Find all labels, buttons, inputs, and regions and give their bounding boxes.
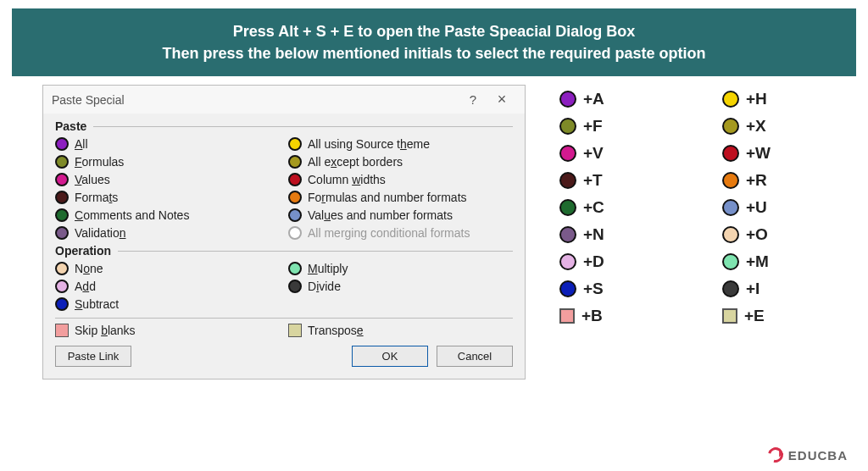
square-icon <box>722 308 737 324</box>
operation-options-grid: NoneMultiplyAddDivideSubtract <box>55 259 513 313</box>
dot-icon <box>559 226 576 243</box>
option-label: Subtract <box>75 297 119 311</box>
legend-key: +H <box>746 90 767 108</box>
square-icon <box>559 308 575 324</box>
banner-line1: Press Alt + S + E to open the Paste Spea… <box>29 20 839 42</box>
option-label: All <box>75 137 88 151</box>
legend-key: +O <box>746 225 768 244</box>
checkbox-icon <box>55 324 69 337</box>
legend-item: +X <box>722 117 843 136</box>
skip-blanks-checkbox[interactable]: Skip blanks <box>55 324 280 337</box>
dot-icon <box>722 91 739 108</box>
paste-option[interactable]: Formulas and number formats <box>288 188 513 206</box>
banner-line2: Then press the below mentioned initials … <box>29 42 839 64</box>
radio-icon <box>288 280 302 293</box>
paste-option[interactable]: Formats <box>55 188 280 206</box>
legend-item: +M <box>722 252 843 271</box>
logo-text: EDUCBA <box>788 448 848 463</box>
legend-item: +C <box>559 198 680 217</box>
dot-icon <box>559 172 576 189</box>
legend-item: +R <box>722 171 843 190</box>
radio-icon <box>288 208 302 222</box>
paste-option[interactable]: Validation <box>55 224 280 241</box>
paste-option[interactable]: Comments and Notes <box>55 206 280 224</box>
legend-item: +T <box>559 171 680 190</box>
legend-key: +S <box>583 280 604 298</box>
radio-icon <box>55 226 69 240</box>
dot-icon <box>722 118 739 135</box>
legend-key: +E <box>744 307 765 325</box>
radio-icon <box>55 280 69 293</box>
legend-item: +A <box>559 90 680 108</box>
dot-icon <box>722 172 739 189</box>
option-label: All using Source theme <box>308 137 430 151</box>
legend-key: +A <box>583 90 604 108</box>
operation-option[interactable]: Subtract <box>55 295 280 313</box>
legend-key: +F <box>583 117 603 136</box>
option-label: Validation <box>75 226 125 240</box>
paste-option[interactable]: All <box>55 135 280 152</box>
divider <box>55 318 513 319</box>
paste-option[interactable]: Column widths <box>288 170 513 188</box>
legend-key: +W <box>746 144 771 163</box>
dot-icon <box>722 253 739 270</box>
transpose-label: Transpose <box>308 324 364 337</box>
legend-item: +I <box>722 280 843 298</box>
option-label: Comments and Notes <box>75 208 189 222</box>
option-label: Formulas <box>75 155 124 169</box>
radio-icon <box>288 173 302 186</box>
option-label: Values and number formats <box>308 208 453 222</box>
operation-option[interactable]: Multiply <box>288 259 513 277</box>
dot-icon <box>722 145 739 162</box>
paste-option: All merging conditional formats <box>288 224 513 241</box>
ok-button[interactable]: OK <box>352 346 428 367</box>
paste-option[interactable]: Values and number formats <box>288 206 513 224</box>
operation-option[interactable]: Divide <box>288 277 513 295</box>
radio-icon <box>55 191 69 204</box>
operation-group-label: Operation <box>55 244 513 258</box>
dialog-titlebar: Paste Special ? × <box>43 86 525 114</box>
help-icon[interactable]: ? <box>459 92 487 107</box>
paste-option[interactable]: Values <box>55 170 280 188</box>
paste-link-button[interactable]: Paste Link <box>55 346 131 367</box>
legend-key: +B <box>581 307 603 325</box>
option-label: All except borders <box>308 155 403 169</box>
dot-icon <box>559 118 576 135</box>
cancel-button[interactable]: Cancel <box>437 346 513 367</box>
legend-key: +X <box>746 117 766 136</box>
legend-key: +M <box>746 252 769 271</box>
paste-option[interactable]: Formulas <box>55 152 280 170</box>
radio-icon <box>288 226 302 240</box>
dot-icon <box>559 145 576 162</box>
operation-option[interactable]: Add <box>55 277 280 295</box>
option-label: Add <box>75 280 96 293</box>
dialog-title: Paste Special <box>52 93 459 107</box>
paste-option[interactable]: All using Source theme <box>288 135 513 152</box>
dot-icon <box>559 280 576 297</box>
legend-key: +I <box>746 280 760 298</box>
radio-icon <box>55 137 69 151</box>
legend-item: +E <box>722 307 843 325</box>
skip-blanks-label: Skip blanks <box>75 324 136 337</box>
close-icon[interactable]: × <box>487 91 516 108</box>
paste-option[interactable]: All except borders <box>288 152 513 170</box>
option-label: Formats <box>75 191 118 204</box>
checkbox-row: Skip blanks Transpose <box>55 324 513 337</box>
legend-item: +U <box>722 198 843 217</box>
legend-item: +O <box>722 225 843 244</box>
legend-item: +W <box>722 144 843 163</box>
main-area: Paste Special ? × Paste AllAll using Sou… <box>0 85 868 388</box>
radio-icon <box>288 155 302 169</box>
educba-logo: EDUCBA <box>768 447 848 463</box>
radio-icon <box>55 173 69 186</box>
option-label: All merging conditional formats <box>308 226 470 240</box>
legend-item: +S <box>559 280 680 298</box>
transpose-checkbox[interactable]: Transpose <box>288 324 513 337</box>
legend-item: +B <box>559 307 680 325</box>
legend-key: +D <box>583 252 604 271</box>
radio-icon <box>288 137 302 151</box>
radio-icon <box>288 262 302 275</box>
legend-key: +U <box>746 198 767 217</box>
legend-item: +V <box>559 144 680 163</box>
operation-option[interactable]: None <box>55 259 280 277</box>
